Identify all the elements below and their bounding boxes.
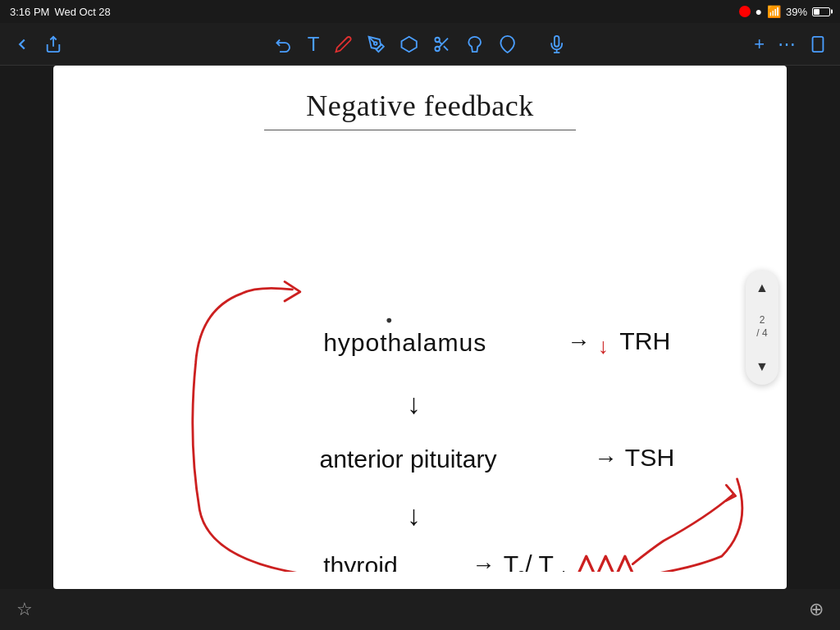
toolbar-center: T: [275, 33, 566, 56]
svg-text:anterior pituitary: anterior pituitary: [319, 445, 497, 472]
toolbar: T: [0, 23, 840, 66]
diagram: hypothalamus → ↓ TRH ↓ anterior pituitar…: [53, 139, 787, 572]
svg-text:→: →: [472, 551, 495, 572]
back-button[interactable]: [13, 35, 31, 53]
svg-text:T: T: [504, 550, 518, 572]
canvas-area: Negative feedback hypothalamus → ↓ TRH ↓…: [53, 66, 787, 589]
record-indicator: [739, 6, 751, 17]
page-indicator: 2/ 4: [756, 314, 767, 340]
svg-text:↓: ↓: [407, 500, 421, 531]
pages-view-button[interactable]: [809, 35, 827, 53]
svg-text:TSH: TSH: [625, 444, 674, 471]
text-tool-button[interactable]: T: [308, 33, 320, 56]
mic-button[interactable]: [547, 35, 565, 53]
add-page-button[interactable]: +: [754, 34, 765, 55]
date-display: Wed Oct 28: [54, 6, 110, 18]
bottom-bar: ☆ ⊕: [0, 589, 840, 630]
page-scrollbar[interactable]: ▲ 2/ 4 ▼: [746, 270, 778, 385]
marker-tool-button[interactable]: [367, 35, 385, 53]
toolbar-left: [13, 35, 62, 53]
lasso-tool-button[interactable]: [465, 35, 483, 53]
undo-button[interactable]: [275, 35, 293, 53]
svg-line-7: [439, 41, 442, 44]
battery-percent: 39%: [786, 6, 807, 18]
svg-point-3: [435, 37, 440, 42]
svg-text:hypothalamus: hypothalamus: [323, 329, 486, 356]
time-display: 3:16 PM: [10, 6, 49, 18]
page-title: Negative feedback: [53, 89, 787, 123]
bookmark-button[interactable]: ☆: [16, 599, 33, 620]
share-button[interactable]: [44, 35, 62, 53]
status-right: ● 📶 39%: [739, 5, 831, 18]
wifi-signal-icon: 📶: [767, 5, 781, 18]
svg-marker-2: [401, 36, 416, 51]
wifi-icon: ●: [756, 5, 762, 18]
svg-text:4: 4: [559, 568, 566, 572]
more-options-button[interactable]: ⋯: [778, 34, 796, 55]
pencil-tool-button[interactable]: [334, 35, 352, 53]
status-left: 3:16 PM Wed Oct 28: [10, 6, 111, 18]
scroll-up-button[interactable]: ▲: [751, 276, 774, 299]
svg-text:thyroid: thyroid: [323, 552, 398, 572]
svg-text:3: 3: [518, 568, 525, 572]
svg-text:TRH: TRH: [619, 327, 670, 354]
svg-text:/ T: / T: [525, 550, 554, 572]
title-underline: [264, 130, 576, 130]
toolbar-right: + ⋯: [754, 34, 827, 55]
scroll-down-button[interactable]: ▼: [751, 355, 774, 378]
svg-text:→: →: [594, 445, 617, 471]
svg-point-4: [435, 46, 440, 51]
shape-tool-button[interactable]: [498, 35, 516, 53]
svg-line-6: [444, 46, 448, 50]
svg-text:↓: ↓: [598, 334, 609, 358]
zoom-button[interactable]: ⊕: [809, 599, 824, 620]
svg-point-26: [386, 318, 391, 323]
svg-text:→: →: [567, 328, 590, 354]
scissors-tool-button[interactable]: [432, 35, 450, 53]
svg-text:↓: ↓: [407, 388, 421, 419]
status-bar: 3:16 PM Wed Oct 28 ● 📶 39%: [0, 0, 840, 23]
svg-point-1: [374, 42, 377, 45]
battery-icon: [812, 7, 830, 16]
svg-rect-10: [813, 36, 824, 51]
eraser-tool-button[interactable]: [399, 35, 418, 53]
